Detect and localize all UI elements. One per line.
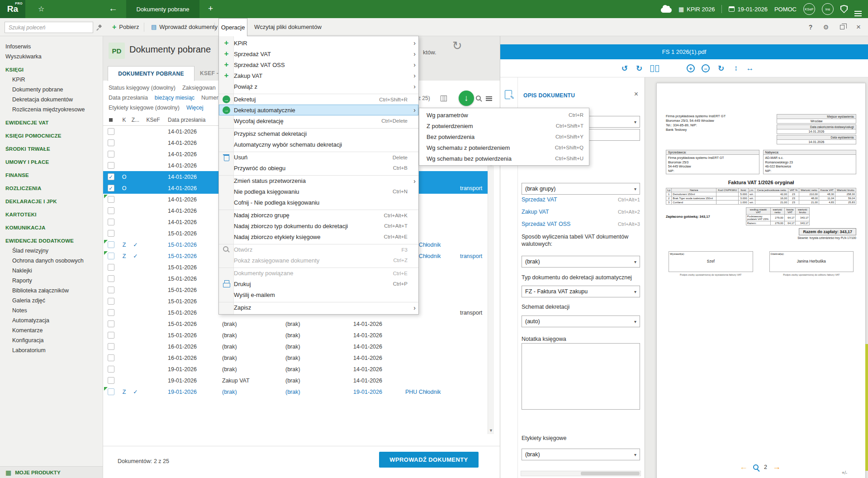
opis-horizontal-scrollbar[interactable] xyxy=(521,471,641,476)
sidebar-item[interactable]: Notes xyxy=(0,306,103,315)
row-checkbox[interactable] xyxy=(108,366,114,373)
menu-item[interactable]: Sprzedaż VAT OSS › xyxy=(219,59,418,70)
tab-dokumenty-pobrane[interactable]: DOKUMENTY POBRANE xyxy=(108,66,194,81)
menu-item[interactable]: Zapisz › xyxy=(219,302,418,313)
table-row[interactable]: 19-01-2026 (brak) (brak) 14-01-2026 xyxy=(103,363,488,375)
menu-item[interactable]: Powiąż z › xyxy=(219,81,418,92)
menu-item[interactable]: Wycofaj dekretację Ctrl+Delete xyxy=(219,115,418,126)
close-icon[interactable]: × xyxy=(852,18,865,36)
pobierz-button[interactable]: +Pobierz xyxy=(109,18,142,36)
column-header-k[interactable]: K xyxy=(119,117,130,123)
row-checkbox[interactable] xyxy=(108,207,114,214)
menu-item[interactable]: Drukuj Ctrl+P xyxy=(219,278,418,289)
submenu-item[interactable]: Wg schematu bez potwierdzenia Ctrl+Shift… xyxy=(419,153,589,164)
search-input[interactable] xyxy=(5,22,93,33)
row-checkbox[interactable] xyxy=(108,332,114,339)
sidebar-item[interactable]: Laboratorium xyxy=(0,345,103,355)
column-chooser-icon[interactable] xyxy=(441,96,447,101)
table-row[interactable]: Z ✓ 19-01-2026 (brak) (brak) 19-01-2026 … xyxy=(103,386,488,397)
sidebar-item[interactable]: KPiR xyxy=(0,75,103,85)
help-button[interactable]: ? xyxy=(804,18,817,36)
operacje-menu-button[interactable]: Operacje xyxy=(218,18,247,36)
row-checkbox[interactable] xyxy=(108,343,114,350)
row-checkbox[interactable] xyxy=(108,253,114,259)
submenu-item[interactable]: Wg schematu z potwierdzeniem Ctrl+Shift+… xyxy=(419,142,589,153)
period-selector[interactable]: ▦KPiR 2026 xyxy=(678,6,715,13)
rotate-left-icon[interactable]: ↺ xyxy=(619,63,630,74)
row-checkbox[interactable] xyxy=(108,185,114,191)
sidebar-item[interactable]: DEKLARACJE I JPK xyxy=(0,196,103,206)
help-menu[interactable]: POMOC xyxy=(774,6,797,13)
row-checkbox[interactable] xyxy=(108,139,114,146)
schema-select[interactable]: (auto)▾ xyxy=(522,315,640,327)
tab-ksef[interactable]: KSEF - xyxy=(200,70,218,76)
refresh-icon[interactable]: ↻ xyxy=(452,39,462,53)
ksef-badge[interactable]: KSeF xyxy=(803,3,815,15)
decree-link[interactable]: Sprzedaż VAT OSS Ctrl+Alt+3 xyxy=(522,218,640,230)
menu-item[interactable]: Przywróć do obiegu Ctrl+B xyxy=(219,163,418,173)
sidebar-item[interactable]: KOMUNIKACJA xyxy=(0,223,103,233)
decree-link[interactable]: Zakup VAT Ctrl+Alt+2 xyxy=(522,206,640,218)
table-row[interactable]: 15-01-2026 (brak) (brak) 14-01-2026 xyxy=(103,318,488,330)
sidebar-item[interactable]: ŚRODKI TRWAŁE xyxy=(0,144,103,154)
sidebar-item[interactable]: Ochrona danych osobowych xyxy=(0,256,103,266)
accounting-note-input[interactable] xyxy=(522,343,640,410)
filter[interactable]: Numer xyxy=(201,95,218,101)
download-button[interactable]: ↓ xyxy=(459,91,474,106)
scroll-down-arrow[interactable]: ▼ xyxy=(488,427,494,434)
row-checkbox[interactable] xyxy=(108,388,114,395)
sidebar-item[interactable]: UMOWY I PŁACE xyxy=(0,157,103,167)
viewer-scrollbar[interactable] xyxy=(865,344,868,471)
refresh-view-icon[interactable]: ↻ xyxy=(716,63,726,74)
menu-item[interactable]: Dekretuj automatycznie › xyxy=(219,105,418,115)
menu-item[interactable]: Automatyczny wybór schematu dekretacji xyxy=(219,139,418,150)
column-header-ksef[interactable]: KSeF xyxy=(141,117,165,123)
row-checkbox[interactable] xyxy=(108,298,114,305)
menu-item[interactable]: Zakup VAT › xyxy=(219,70,418,81)
date-selector[interactable]: 19-01-2026 xyxy=(729,6,768,13)
row-checkbox[interactable] xyxy=(108,219,114,225)
menu-item[interactable]: Nie podlega księgowaniu Ctrl+N xyxy=(219,186,418,197)
main-menu-button[interactable] xyxy=(854,6,862,12)
window-restore-icon[interactable] xyxy=(836,18,849,36)
row-checkbox[interactable] xyxy=(108,354,114,361)
menu-item[interactable]: Pokaż zaksięgowane dokumenty Ctrl+Z xyxy=(219,255,418,266)
menu-item[interactable]: Przypisz schemat dekretacji xyxy=(219,128,418,139)
sidebar-item[interactable]: Rozliczenia międzyokresowe xyxy=(0,105,103,115)
next-page-icon[interactable]: → xyxy=(773,462,781,472)
menu-item[interactable]: Zmień status przetworzenia › xyxy=(219,175,418,186)
sidebar-item[interactable]: EWIDENCJE DODATKOWE xyxy=(0,236,103,246)
menu-item[interactable]: Usuń Delete xyxy=(219,152,418,163)
filter[interactable]: Zaksięgowan xyxy=(182,85,216,91)
filter[interactable]: bieżący miesiąc xyxy=(155,95,194,101)
row-checkbox[interactable] xyxy=(108,320,114,327)
row-checkbox[interactable] xyxy=(108,275,114,282)
app-logo[interactable]: RaPRO xyxy=(0,0,25,18)
row-checkbox[interactable] xyxy=(108,264,114,271)
sidebar-item[interactable]: ROZLICZENIA xyxy=(0,183,103,193)
list-menu-icon[interactable] xyxy=(486,96,492,97)
row-checkbox[interactable] xyxy=(108,196,114,203)
window-tab-dokumenty-pobrane[interactable]: Dokumenty pobrane xyxy=(126,0,199,18)
menu-item[interactable]: KPiR › xyxy=(219,38,418,48)
sidebar-item[interactable]: Ślad rewizyjny xyxy=(0,246,103,256)
ins-badge[interactable]: Ins xyxy=(822,3,834,15)
menu-item[interactable]: Wyślij e-mailem xyxy=(219,289,418,300)
submenu-item[interactable]: Wg parametrów Ctrl+R xyxy=(419,110,589,120)
table-row[interactable]: 19-01-2026 Zakup VAT (brak) 14-01-2026 xyxy=(103,375,488,386)
fit-width-icon[interactable]: ↔ xyxy=(745,63,755,74)
search-icon[interactable] xyxy=(476,96,481,100)
close-panel-icon[interactable]: × xyxy=(634,90,638,98)
rotate-right-icon[interactable]: ↻ xyxy=(634,63,645,74)
shield-icon[interactable] xyxy=(840,5,848,13)
sidebar-item[interactable]: Naklejki xyxy=(0,266,103,276)
sidebar-item[interactable]: Komentarze xyxy=(0,325,103,335)
menu-item[interactable]: Otwórz F3 xyxy=(219,244,418,255)
menu-item[interactable]: Nadaj zbiorczo typ dokumentu do dekretac… xyxy=(219,220,418,231)
row-checkbox[interactable] xyxy=(108,151,114,158)
row-checkbox[interactable] xyxy=(108,309,114,316)
table-row[interactable]: 16-01-2026 (brak) (brak) 14-01-2026 xyxy=(103,341,488,352)
sidebar-item[interactable]: Biblioteka załączników xyxy=(0,286,103,296)
zoom-out-icon[interactable]: – xyxy=(702,64,710,72)
document-edit-icon[interactable] xyxy=(505,90,512,99)
